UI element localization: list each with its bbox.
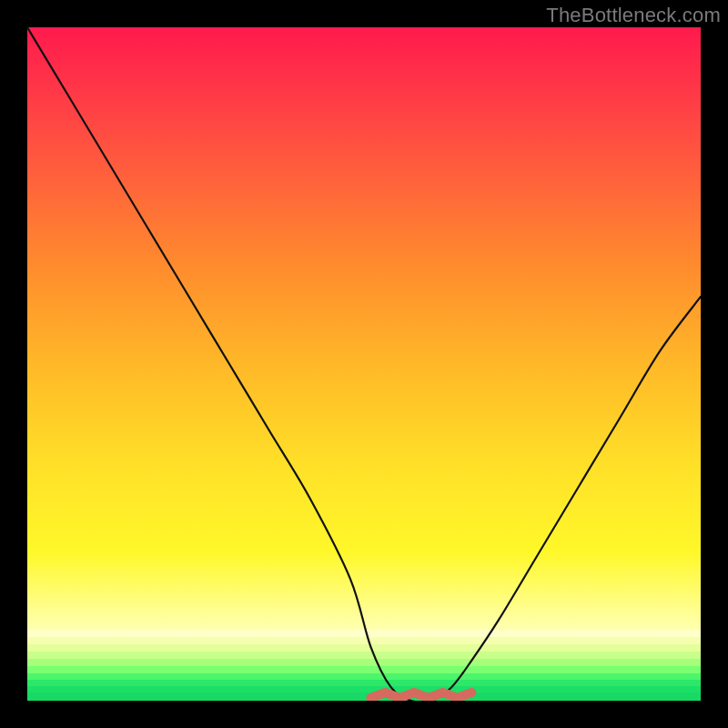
watermark-text: TheBottleneck.com bbox=[546, 4, 721, 27]
bottleneck-curve bbox=[27, 27, 701, 701]
curve-svg bbox=[27, 27, 701, 701]
plot-area bbox=[27, 27, 701, 701]
trough-highlight bbox=[370, 693, 471, 698]
chart-stage: TheBottleneck.com bbox=[0, 0, 728, 728]
